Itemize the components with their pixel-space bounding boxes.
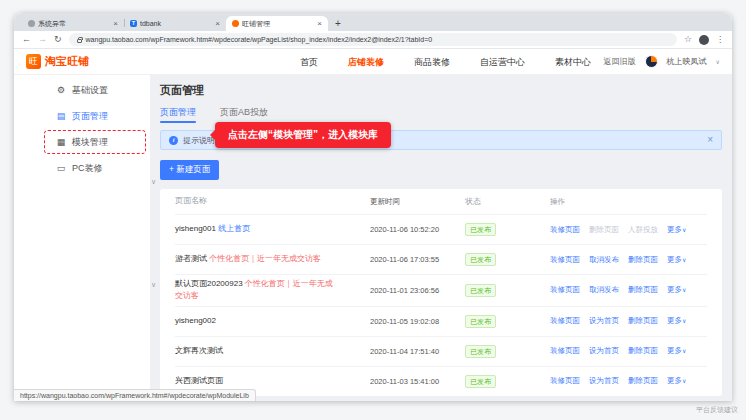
pages-icon: ▤ (56, 111, 66, 121)
status-badge: 已发布 (465, 223, 496, 236)
chevron-down-icon: ∨ (682, 378, 686, 384)
brand[interactable]: 旺 淘宝旺铺 (26, 54, 89, 69)
status-cell: 已发布 (465, 253, 550, 266)
browser-tab-1[interactable]: 系统异常 × (22, 16, 124, 31)
shop-avatar (645, 55, 658, 68)
banner-close-icon[interactable]: × (707, 135, 713, 145)
status-cell: 已发布 (465, 345, 550, 358)
column-header: 页面名称 (175, 195, 370, 207)
row-action-link[interactable]: 更多∨ (667, 255, 686, 265)
group-expand-caret-icon[interactable]: ∨ (151, 178, 156, 186)
chevron-down-icon: ∨ (682, 257, 686, 263)
row-action-link[interactable]: 装修页面 (550, 285, 580, 295)
page-name: yisheng001 线上首页 (175, 223, 370, 235)
sidebar-item-pc-decorate[interactable]: ▭ PC装修 (14, 155, 150, 181)
nav-item-item-decorate[interactable]: 商品装修 (414, 56, 450, 69)
chevron-down-icon: ∨ (682, 318, 686, 324)
page-name: 游者测试 个性化首页｜近一年无成交访客 (175, 253, 370, 265)
row-action-link[interactable]: 更多∨ (667, 285, 686, 295)
sidebar-item-module-manage[interactable]: ▦ 模块管理 (14, 129, 150, 155)
chevron-down-icon[interactable]: ∨ (716, 58, 720, 65)
row-action-link[interactable]: 更多∨ (667, 225, 686, 235)
column-header: 状态 (465, 196, 550, 207)
row-action-link[interactable]: 更多∨ (667, 376, 686, 386)
sidebar-item-basic-settings[interactable]: ⚙ 基础设置 (14, 77, 150, 103)
status-url-bar: https://wangpu.taobao.com/wpFramework.ht… (14, 389, 256, 401)
tab-page-manage[interactable]: 页面管理 (160, 106, 196, 123)
page-name: 默认页面20200923 个性化首页｜近一年无成交访客 (175, 278, 370, 303)
row-action-link: 删除页面 (589, 225, 619, 235)
browser-tab-3-active[interactable]: 旺铺管理 × (226, 16, 328, 31)
tab1-close-icon[interactable]: × (113, 20, 118, 28)
row-action-link[interactable]: 更多∨ (667, 346, 686, 356)
nav-item-home[interactable]: 首页 (300, 56, 318, 69)
tab2-close-icon[interactable]: × (215, 20, 220, 28)
brand-logo-icon: 旺 (26, 54, 41, 69)
table-row: 文辉再次测试2020-11-04 17:51:40已发布装修页面设为首页删除页面… (175, 336, 707, 366)
page-name-text: yisheng002 (175, 316, 216, 325)
updated-time: 2020-11-06 17:03:55 (370, 255, 465, 264)
status-badge: 已发布 (465, 375, 496, 388)
row-action-link[interactable]: 装修页面 (550, 376, 580, 386)
reload-icon[interactable]: ↻ (54, 35, 62, 44)
chevron-down-icon: ∨ (682, 348, 686, 354)
page-name: yisheng002 (175, 315, 370, 327)
url-field[interactable]: wangpu.taobao.com/wpFramework.htm#/wpdec… (69, 33, 677, 46)
forward-icon: → (38, 35, 47, 44)
browser-profile-avatar[interactable] (699, 35, 709, 45)
row-action-link[interactable]: 删除页面 (628, 285, 658, 295)
table-body: yisheng001 线上首页2020-11-06 10:52:20已发布装修页… (175, 214, 707, 396)
row-action-link[interactable]: 设为首页 (589, 316, 619, 326)
page-name-text: 默认页面20200923 (175, 279, 245, 288)
back-icon[interactable]: ← (22, 35, 31, 44)
monitor-icon: ▭ (56, 163, 66, 173)
tab3-close-icon[interactable]: × (317, 20, 322, 28)
row-action-link[interactable]: 设为首页 (589, 376, 619, 386)
row-action-link[interactable]: 取消发布 (589, 255, 619, 265)
sidebar-item-label: 页面管理 (72, 110, 108, 123)
row-action-link[interactable]: 装修页面 (550, 346, 580, 356)
shop-name[interactable]: 杭上映凤试 (667, 56, 707, 67)
url-text: wangpu.taobao.com/wpFramework.htm#/wpdec… (86, 36, 433, 43)
nav-item-material-center[interactable]: 素材中心 (555, 56, 591, 69)
sidebar-item-page-manage[interactable]: ▤ 页面管理 (14, 103, 150, 129)
new-page-button[interactable]: + 新建页面 (160, 160, 219, 180)
feedback-link[interactable]: 平台反馈建议 (696, 405, 738, 415)
chevron-down-icon: ∨ (682, 287, 686, 293)
row-action-link[interactable]: 删除页面 (628, 376, 658, 386)
row-actions: 装修页面取消发布删除页面更多∨ (550, 285, 707, 295)
sidebar-item-label: 模块管理 (72, 136, 108, 149)
app-body: ⚙ 基础设置 ▤ 页面管理 ▦ 模块管理 ▭ PC装修 页面管理 页面管理 页面… (14, 75, 732, 401)
back-to-old-link[interactable]: 返回旧版 (604, 56, 636, 67)
sidebar: ⚙ 基础设置 ▤ 页面管理 ▦ 模块管理 ▭ PC装修 (14, 75, 150, 401)
nav-item-shop-decorate[interactable]: 店铺装修 (348, 56, 384, 69)
info-icon: i (169, 136, 178, 145)
header-right: 返回旧版 杭上映凤试 ∨ (604, 55, 720, 68)
row-action-link[interactable]: 装修页面 (550, 225, 580, 235)
row-action-link[interactable]: 删除页面 (628, 346, 658, 356)
group-expand-caret-icon[interactable]: ∨ (151, 281, 156, 289)
row-action-link[interactable]: 装修页面 (550, 255, 580, 265)
tab2-favicon-icon: T (130, 20, 137, 27)
browser-menu-icon[interactable]: ⋮ (716, 36, 724, 44)
row-action-link[interactable]: 装修页面 (550, 316, 580, 326)
tab-page-ab-test[interactable]: 页面AB投放 (220, 106, 268, 123)
row-action-link[interactable]: 设为首页 (589, 346, 619, 356)
tab2-title: tdbank (140, 20, 212, 27)
modules-icon: ▦ (56, 137, 66, 147)
annotation-tooltip: 点击左侧“模块管理”，进入模块库 (215, 122, 391, 148)
row-action-link[interactable]: 删除页面 (628, 316, 658, 326)
row-action-link[interactable]: 删除页面 (628, 255, 658, 265)
new-tab-button[interactable]: + (335, 19, 341, 29)
app-header: 旺 淘宝旺铺 首页 店铺装修 商品装修 自运营中心 素材中心 返回旧版 杭上映凤… (14, 49, 732, 75)
bookmark-star-icon[interactable]: ☆ (684, 35, 692, 44)
row-action-link[interactable]: 取消发布 (589, 285, 619, 295)
row-actions: 装修页面设为首页删除页面更多∨ (550, 376, 707, 386)
row-action-link[interactable]: 更多∨ (667, 316, 686, 326)
nav-item-self-operation[interactable]: 自运营中心 (480, 56, 525, 69)
status-cell: 已发布 (465, 315, 550, 328)
browser-tab-2[interactable]: T tdbank × (124, 16, 226, 31)
sidebar-item-label: 基础设置 (72, 84, 108, 97)
page-title: 页面管理 (160, 83, 722, 98)
status-cell: 已发布 (465, 375, 550, 388)
